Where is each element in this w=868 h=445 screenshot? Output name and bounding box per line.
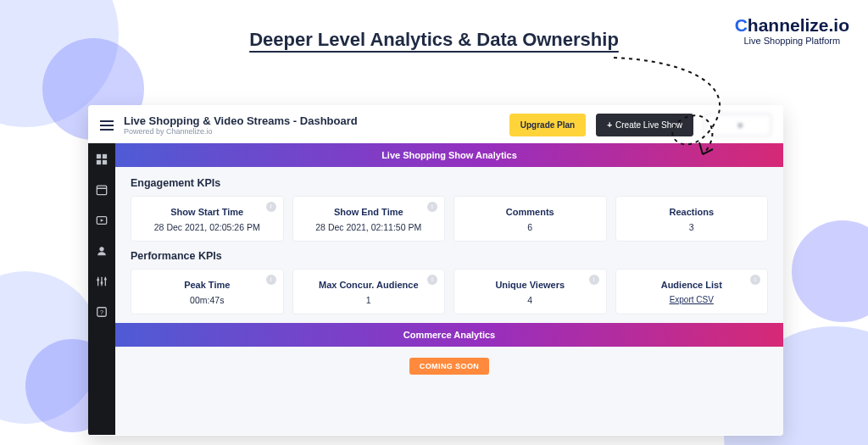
chevron-down-icon: ▾ xyxy=(738,121,743,130)
kpi-value: 28 Dec 2021, 02:05:26 PM xyxy=(136,222,278,232)
svg-rect-0 xyxy=(97,154,101,159)
dashboard-subtitle: Powered by Channelize.io xyxy=(124,127,358,136)
kpi-value: 00m:47s xyxy=(136,295,278,305)
kpi-title: Show End Time xyxy=(298,207,440,217)
dashboard-title-block: Live Shopping & Video Streams - Dashboar… xyxy=(124,114,358,136)
create-live-show-button[interactable]: +Create Live Show xyxy=(596,114,693,136)
create-live-show-label: Create Live Show xyxy=(615,120,682,130)
engagement-kpi-row: i Show Start Time 28 Dec 2021, 02:05:26 … xyxy=(131,196,768,242)
kpi-unique-viewers: i Unique Viewers 4 xyxy=(453,269,607,314)
performance-kpi-row: i Peak Time 00m:47s i Max Concur. Audien… xyxy=(131,269,768,314)
kpi-title: Audience List xyxy=(621,280,763,290)
info-icon[interactable]: i xyxy=(589,275,599,285)
kpi-audience-list: i Audience List Export CSV xyxy=(615,269,769,314)
nav-help-icon[interactable]: ? xyxy=(96,306,108,321)
kpi-title: Reactions xyxy=(621,207,763,217)
dashboard-topbar: Live Shopping & Video Streams - Dashboar… xyxy=(88,105,783,143)
kpi-title: Unique Viewers xyxy=(459,280,601,290)
svg-text:?: ? xyxy=(100,309,103,315)
account-dropdown[interactable]: ▾ xyxy=(704,114,771,136)
coming-soon-badge: COMING SOON xyxy=(409,358,489,375)
info-icon[interactable]: i xyxy=(750,275,760,285)
kpi-show-start-time: i Show Start Time 28 Dec 2021, 02:05:26 … xyxy=(131,196,284,242)
kpi-title: Peak Time xyxy=(136,280,278,290)
dashboard-window: Live Shopping & Video Streams - Dashboar… xyxy=(88,105,783,436)
nav-user-icon[interactable] xyxy=(96,245,108,260)
engagement-kpis-heading: Engagement KPIs xyxy=(131,177,768,189)
kpi-show-end-time: i Show End Time 28 Dec 2021, 02:11:50 PM xyxy=(292,196,446,242)
svg-point-13 xyxy=(104,278,107,281)
svg-point-12 xyxy=(101,281,103,284)
nav-video-icon[interactable] xyxy=(96,214,108,230)
upgrade-plan-button[interactable]: Upgrade Plan xyxy=(509,114,586,136)
info-icon[interactable]: i xyxy=(427,275,437,285)
side-navigation: ? xyxy=(88,143,115,435)
kpi-peak-time: i Peak Time 00m:47s xyxy=(131,269,284,314)
nav-dashboard-icon[interactable] xyxy=(96,153,108,169)
analytics-banner: Live Shopping Show Analytics xyxy=(115,143,783,167)
svg-rect-3 xyxy=(103,160,107,164)
commerce-analytics-banner: Commerce Analytics xyxy=(115,323,783,347)
kpi-comments: Comments 6 xyxy=(453,196,607,242)
nav-calendar-icon[interactable] xyxy=(96,184,108,199)
info-icon[interactable]: i xyxy=(266,275,276,285)
performance-kpis-heading: Performance KPIs xyxy=(131,250,768,262)
kpi-reactions: Reactions 3 xyxy=(615,196,769,242)
page-title: Deeper Level Analytics & Data Ownership xyxy=(0,29,868,51)
svg-rect-1 xyxy=(103,154,107,159)
svg-point-11 xyxy=(97,279,99,281)
kpi-title: Max Concur. Audience xyxy=(298,280,440,290)
kpi-title: Show Start Time xyxy=(136,207,278,217)
info-icon[interactable]: i xyxy=(427,202,437,212)
kpi-value: 3 xyxy=(621,222,763,232)
svg-point-7 xyxy=(99,247,103,251)
info-icon[interactable]: i xyxy=(266,202,276,212)
export-csv-link[interactable]: Export CSV xyxy=(621,295,763,304)
dashboard-title: Live Shopping & Video Streams - Dashboar… xyxy=(124,114,358,127)
svg-rect-4 xyxy=(97,186,106,195)
plus-icon: + xyxy=(607,120,612,130)
menu-icon[interactable] xyxy=(100,118,114,133)
nav-sliders-icon[interactable] xyxy=(96,275,108,291)
svg-rect-2 xyxy=(97,160,101,164)
kpi-value: 4 xyxy=(459,295,601,305)
kpi-value: 6 xyxy=(459,222,601,232)
kpi-value: 28 Dec 2021, 02:11:50 PM xyxy=(298,222,440,232)
kpi-title: Comments xyxy=(459,207,601,217)
kpi-value: 1 xyxy=(298,295,440,305)
kpi-max-concurrent-audience: i Max Concur. Audience 1 xyxy=(292,269,446,314)
dashboard-content: Live Shopping Show Analytics Engagement … xyxy=(115,143,783,435)
